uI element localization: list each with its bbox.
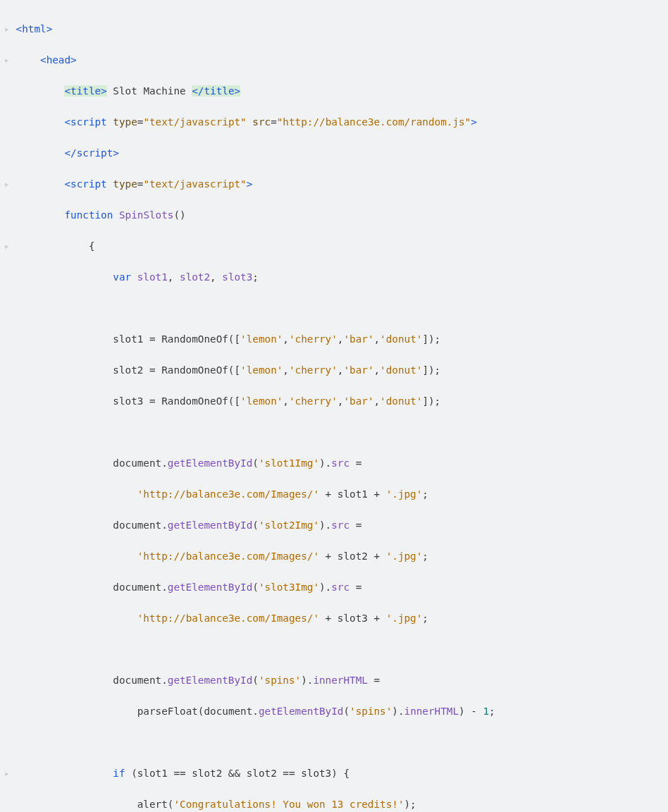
code-line: function SpinSlots() <box>3 207 665 223</box>
code-line: <script type="text/javascript" src="http… <box>3 114 665 130</box>
code-line: parseFloat(document.getElementById('spin… <box>3 703 665 719</box>
code-line: document.getElementById('spins').innerHT… <box>3 672 665 688</box>
code-line <box>3 641 665 657</box>
code-line: document.getElementById('slot3Img').src … <box>3 579 665 595</box>
code-line: document.getElementById('slot1Img').src … <box>3 455 665 471</box>
code-line: slot2 = RandomOneOf(['lemon','cherry','b… <box>3 362 665 378</box>
code-line: var slot1, slot2, slot3; <box>3 269 665 285</box>
highlight-open-title: <title> <box>64 85 106 97</box>
code-line: ▸ if (slot1 == slot2 && slot2 == slot3) … <box>3 765 665 781</box>
code-line: slot3 = RandomOneOf(['lemon','cherry','b… <box>3 393 665 409</box>
code-line: 'http://balance3e.com/Images/' + slot3 +… <box>3 610 665 626</box>
code-line: document.getElementById('slot2Img').src … <box>3 517 665 533</box>
code-line <box>3 424 665 440</box>
code-line: ▸ <script type="text/javascript"> <box>3 176 665 192</box>
code-line: </script> <box>3 145 665 161</box>
code-line: slot1 = RandomOneOf(['lemon','cherry','b… <box>3 331 665 347</box>
code-line: ▸ <head> <box>3 52 665 68</box>
code-line: <title> Slot Machine </title> <box>3 83 665 99</box>
code-viewer: ▸ <html> ▸ <head> <title> Slot Machine <… <box>0 0 668 812</box>
code-line <box>3 300 665 316</box>
code-line: 'http://balance3e.com/Images/' + slot2 +… <box>3 548 665 564</box>
highlight-close-title: </title> <box>192 85 240 97</box>
code-line: 'http://balance3e.com/Images/' + slot1 +… <box>3 486 665 502</box>
code-line <box>3 734 665 750</box>
code-line: ▸ <html> <box>3 21 665 37</box>
code-line: alert('Congratulations! You won 13 credi… <box>3 796 665 812</box>
code-line: ▸ { <box>3 238 665 254</box>
gutter-marker: ▸ <box>3 21 10 37</box>
